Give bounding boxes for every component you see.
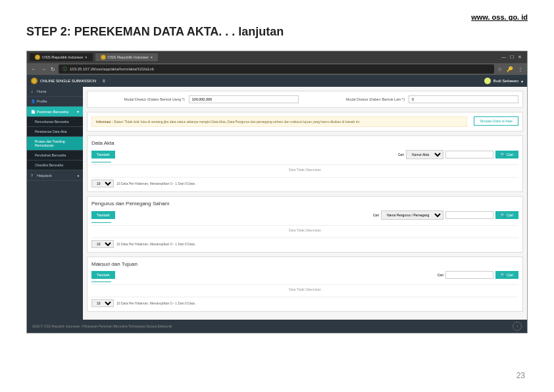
key-icon[interactable]: 🔑 — [505, 66, 515, 72]
filter-select[interactable]: Nomor Akta — [406, 150, 443, 159]
copyright-text: 2018 © OSS Republik Indonesia — [32, 324, 80, 328]
slide-page-number: 23 — [516, 371, 525, 380]
page-size-select[interactable]: 10 — [91, 240, 114, 248]
close-icon[interactable]: × — [85, 55, 88, 59]
browser-tab[interactable]: OSS Republik Indonesi × — [95, 53, 159, 61]
section-pengurus: Pengurus dan Pemegang Saham Tambah Cari … — [87, 196, 523, 253]
sidebar-item-perekaman[interactable]: Perekaman Data Akta — [27, 127, 83, 137]
divider — [91, 222, 111, 223]
divider — [91, 282, 111, 282]
browser-window: OSS Republik Indonesi × OSS Republik Ind… — [26, 51, 528, 333]
user-name: Budi Setiawan — [493, 79, 518, 83]
garuda-icon — [35, 55, 40, 60]
add-button[interactable]: Tambah — [91, 211, 115, 219]
pager-text: 10 Data Per Halaman, Menampilkan 0 - 1 D… — [116, 301, 195, 305]
search-icon: 🔍 — [501, 153, 505, 157]
save-panel: Informasi : Status 'Tidak Ada' bisa di c… — [87, 112, 523, 132]
sidebar-item-label: Proses dan Tracking Permohonan — [35, 139, 79, 147]
tab-label: OSS Republik Indonesi — [108, 55, 149, 59]
search-label: Cari — [398, 153, 404, 157]
sidebar-item-label: Perizinan Berusaha — [37, 110, 68, 114]
scroll-top-button[interactable]: ↑ — [513, 322, 522, 331]
back-icon[interactable]: ← — [30, 66, 38, 72]
avatar — [484, 78, 491, 84]
sidebar-item-perubahan[interactable]: Perubahan Berusaha — [27, 151, 83, 160]
sidebar-item-label: Checklist Berusaha — [35, 163, 63, 167]
sidebar-item-perizinan[interactable]: 📄 Perizinan Berusaha ▾ — [27, 107, 83, 117]
arrow-up-icon: ↑ — [516, 324, 518, 330]
tagline-text: Pelayanan Perizinan Berusaha Terintegras… — [82, 324, 172, 328]
search-input[interactable] — [445, 151, 493, 159]
info-alert: Informasi : Status 'Tidak Ada' bisa di c… — [91, 116, 467, 127]
empty-message: Data Tidak Ditemukan — [91, 164, 518, 174]
sidebar-item-home[interactable]: ⌂ Home — [27, 87, 83, 97]
address-bar: ← → ↻ ⓘ 103.25.107.29/oss/app/akta/form/… — [27, 63, 527, 75]
pager-text: 10 Data Per Halaman, Menampilkan 0 - 1 D… — [116, 242, 195, 246]
sidebar: ⌂ Home 👤 Profile 📄 Perizinan Berusaha ▾ … — [27, 87, 83, 320]
search-button[interactable]: 🔍Cari — [495, 271, 518, 279]
reload-icon[interactable]: ↻ — [49, 66, 57, 72]
section-maksud: Maksud dan Tujuan Tambah Cari 🔍Cari Data… — [87, 257, 523, 312]
modal-uang-label: Modal Disetor (Dalam Bentuk Uang *) — [91, 97, 185, 101]
empty-message: Data Tidak Ditemukan — [91, 284, 518, 294]
pager: 10 10 Data Per Halaman, Menampilkan 0 - … — [91, 297, 518, 307]
filter-select[interactable]: Nama Pengurus / Pemegang — [381, 210, 443, 220]
search-input[interactable] — [445, 271, 493, 279]
menu-icon[interactable]: ⋮ — [516, 66, 524, 72]
modal-lain-label: Modal Disetor (Dalam Bentuk Lain *) — [312, 97, 405, 101]
sidebar-item-permohonan[interactable]: Permohonan Berusaha — [27, 117, 83, 127]
page-size-select[interactable]: 10 — [91, 299, 114, 307]
search-input[interactable] — [445, 211, 493, 219]
page-title: STEP 2: PEREKEMAN DATA AKTA. . . lanjuta… — [26, 25, 528, 39]
sidebar-item-tracking[interactable]: Proses dan Tracking Permohonan — [27, 137, 83, 151]
alert-text: Status 'Tidak Ada' bisa di centang jika … — [114, 120, 360, 124]
star-icon[interactable]: ☆ — [496, 66, 503, 72]
page-size-select[interactable]: 10 — [91, 180, 114, 187]
app-title-text: ONLINE SINGLE SUBMISSION — [40, 79, 96, 83]
info-icon: ⓘ — [63, 66, 67, 72]
section-title: Pengurus dan Pemegang Saham — [91, 201, 518, 207]
search-label: Cari — [373, 213, 379, 217]
tab-label: OSS Republik Indonesi — [42, 55, 83, 59]
add-button[interactable]: Tambah — [91, 271, 115, 279]
modal-lain-input[interactable] — [409, 95, 518, 103]
alert-prefix: Informasi : — [96, 120, 113, 124]
close-icon[interactable]: ✕ — [518, 55, 522, 60]
sidebar-item-label: Permohonan Berusaha — [35, 120, 68, 124]
garuda-icon — [31, 78, 38, 84]
section-data-akta: Data Akta Tambah Cari Nomor Akta 🔍Cari D… — [87, 135, 523, 192]
url-text: 103.25.107.29/oss/app/akta/form/akta/X21… — [70, 67, 154, 71]
sidebar-item-label: Home — [37, 89, 47, 93]
url-link[interactable]: www. oss. go. id — [26, 13, 528, 21]
maximize-icon[interactable]: ☐ — [510, 55, 514, 60]
minimize-icon[interactable]: — — [501, 55, 506, 60]
section-title: Maksud dan Tujuan — [91, 261, 518, 267]
browser-tab[interactable]: OSS Republik Indonesi × — [30, 53, 93, 61]
search-label: Cari — [438, 273, 443, 277]
user-menu[interactable]: Budi Setiawan ▾ — [484, 78, 523, 84]
divider — [91, 162, 111, 162]
save-button[interactable]: Simpan Data di Atas — [474, 116, 518, 126]
modal-uang-input[interactable] — [189, 95, 299, 103]
close-icon[interactable]: × — [151, 55, 153, 59]
file-icon: 📄 — [31, 110, 35, 114]
search-button[interactable]: 🔍Cari — [495, 211, 518, 219]
sidebar-item-helpdesk[interactable]: ? Helpdesk ◂ — [27, 170, 83, 181]
sidebar-item-label: Profile — [37, 99, 47, 103]
browser-tabbar: OSS Republik Indonesi × OSS Republik Ind… — [27, 51, 527, 63]
add-button[interactable]: Tambah — [91, 151, 115, 159]
forward-icon[interactable]: → — [39, 66, 47, 72]
pager-text: 10 Data Per Halaman, Menampilkan 0 - 1 D… — [116, 182, 195, 185]
search-icon: 🔍 — [501, 273, 505, 277]
garuda-icon — [101, 55, 106, 60]
hamburger-icon[interactable]: ≡ — [103, 79, 105, 83]
search-icon: 🔍 — [501, 213, 505, 217]
help-icon: ? — [31, 174, 35, 178]
search-button[interactable]: 🔍Cari — [495, 151, 518, 159]
url-input[interactable]: ⓘ 103.25.107.29/oss/app/akta/form/akta/X… — [59, 64, 494, 74]
sidebar-item-profile[interactable]: 👤 Profile — [27, 97, 83, 107]
modal-panel: Modal Disetor (Dalam Bentuk Uang *) Moda… — [87, 91, 523, 108]
main-content: Modal Disetor (Dalam Bentuk Uang *) Moda… — [83, 87, 527, 320]
sidebar-item-checklist[interactable]: Checklist Berusaha — [27, 160, 83, 170]
sidebar-item-label: Perubahan Berusaha — [35, 153, 66, 157]
